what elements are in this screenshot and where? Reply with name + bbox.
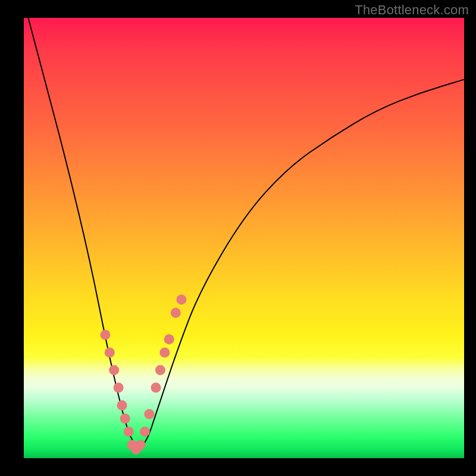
data-point — [124, 427, 134, 437]
data-point — [136, 440, 146, 450]
data-point — [117, 400, 127, 411]
bottleneck-curve — [28, 18, 464, 447]
outer-frame: TheBottleneck.com — [0, 0, 476, 476]
highlighted-dots — [100, 295, 186, 455]
data-point — [155, 365, 165, 375]
data-point — [100, 330, 110, 340]
data-point — [144, 409, 154, 419]
plot-area — [24, 18, 464, 458]
data-point — [159, 347, 170, 358]
data-point — [114, 383, 124, 393]
data-point — [164, 334, 174, 345]
data-point — [171, 308, 181, 318]
data-point — [151, 383, 161, 393]
data-point — [120, 414, 130, 424]
data-point — [176, 295, 186, 305]
data-point — [140, 427, 150, 437]
data-point — [105, 347, 115, 358]
chart-svg — [24, 18, 464, 458]
data-point — [109, 365, 119, 375]
watermark-text: TheBottleneck.com — [355, 2, 469, 18]
